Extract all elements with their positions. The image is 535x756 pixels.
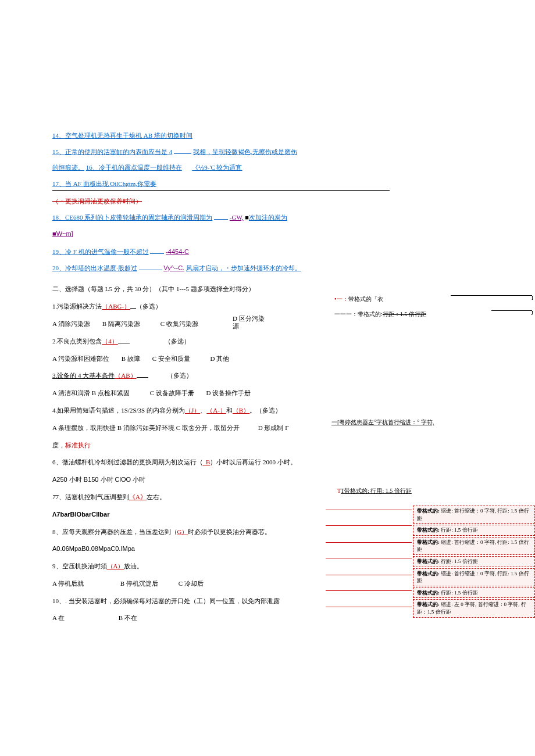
section2-header: 二、选择题（每题 L5 分，共 30 分）（其中 1---5 题多项选择全对得分… [52, 284, 390, 295]
callout-3: 带格式的: 缩进: 首行缩进：0 字符, 行距: 1.5 倍行距 [413, 537, 535, 555]
connector-7 [326, 607, 412, 607]
q9-opts: A 停机后就 B 停机沉淀后 C 冷却后 [52, 578, 390, 590]
callout-2: 带格式的: 行距: 1.5 倍行距 [413, 525, 535, 536]
q7-opts: Λ7barBlObarCllbar [52, 509, 390, 521]
q15-q16: 的恒痕迹。 16、冷干机的露点温度一般维持在 《⅓9-'C 较为适宜 [52, 163, 390, 173]
callout-4: 带格式的: 行距: 1.5 倍行距 [413, 556, 535, 567]
side-note-2: 一一一：带格式的:行距：1.5 倍行距 J [334, 310, 532, 318]
document-body: 14、空气处理机无热再生干燥机 AB 塔的切换时间 15、正常的使用的活塞缸的内… [52, 131, 390, 624]
connector-5 [326, 575, 412, 575]
q3-stem: 3.设备的 4 大基本条件（AB）（多选） [52, 370, 390, 382]
callout-6: 带格式的: 行距: 1.5 倍行距 [413, 587, 535, 599]
q20: 20、冷却塔的出水温度·股超过 Vy^--C. 风扇才启动，・步加速外循环水的冷… [52, 263, 390, 274]
callout-7: 带格式的: 缩进: 左 0 字符, 首行缩进：0 字符, 行距：1.5 倍行距 [413, 599, 535, 617]
q6-opts: A250 小时 B150 小时 ClOO 小时 [52, 474, 390, 486]
q1-opts: A 消除污染源 B 隔离污染源 C 收集污染源 D 区分污染源 [52, 318, 390, 330]
q18: 18、CE680 系列的卜皮带轮轴承的固定轴承的润滑周期为 -GW, ■次加注的… [52, 213, 390, 223]
connector-1 [326, 510, 412, 510]
top-callout-note: TT带格式的: 行用: 1.5 倍行距 [337, 487, 412, 495]
q17: 17、当 AF 面板出现 OilChgtm,你需要 [52, 179, 390, 191]
side-note-3: 一[粤婷然患器左°字杭首行缩进：° 字符, [331, 418, 532, 427]
connector-3 [326, 542, 412, 543]
q6-stem: 6、微油螺杆机冷却剂过滤器的更换周期为初次运行（_B）小时以后再运行 2000 … [52, 457, 390, 468]
q2-stem: 2.不良点类别包含（4）（多选） [52, 336, 390, 347]
callout-stack: 带格式的: 缩进: 首行缩进：0 字符, 行距: 1.5 倍行距 带格式的: 行… [413, 506, 535, 619]
q10-opts: A 在 B 不在 [52, 612, 390, 624]
connector-6 [326, 590, 412, 591]
q14: 14、空气处理机无热再生干燥机 AB 塔的切换时间 [52, 131, 390, 141]
q8-opts: A0.06MpaB0.08MpaC0.IMpa [52, 543, 390, 555]
q18b: ■W~m] [52, 229, 390, 239]
callout-5: 带格式的: 缩进: 首行缩进：0 字符, 行距: 1.5 倍行距 [413, 568, 535, 586]
q17-strike: （・更换润滑油更改保养时间） [52, 196, 390, 207]
q4-stem: 4.如果用简短语句描述，1S/2S/3S 的内容分别为（J）、（A-）和（B）。… [52, 405, 390, 417]
q9-stem: 9、空压机换油时须（A）放油。 [52, 561, 390, 572]
q10-stem: 10、. 当安装活塞时，必须确保每对活塞的开口处（工）同一位置，以免内部泄露 [52, 596, 390, 607]
q8-stem: 8、应每天观察分离器的压差，当压差达到（G）时必须予以更换油分离器芯。 [52, 526, 390, 538]
q3-opts: A 清洁和润滑 B 点检和紧固 C 设备故障手册 D 设备操作手册 [52, 388, 390, 399]
q4-line2: 度，标准执行 [52, 440, 390, 452]
callout-1: 带格式的: 缩进: 首行缩进：0 字符, 行距: 1.5 倍行距 [413, 506, 535, 524]
q15-line1: 15、正常的使用的活塞缸的内表面应当是 4 我相，呈现轻微褐色,无擦伤或是磨伤 [52, 147, 390, 157]
connector-4 [326, 558, 412, 558]
side-note-1: •一：带格式的「衣 I [334, 295, 532, 303]
q2-opts: A 污染源和困难部位 B 故障 C 安全和质量 D 其他 [52, 353, 390, 365]
connector-2 [326, 525, 412, 526]
q19: 19、冷 F 机的进气温偷一般不超过 -4454-C [52, 247, 390, 257]
